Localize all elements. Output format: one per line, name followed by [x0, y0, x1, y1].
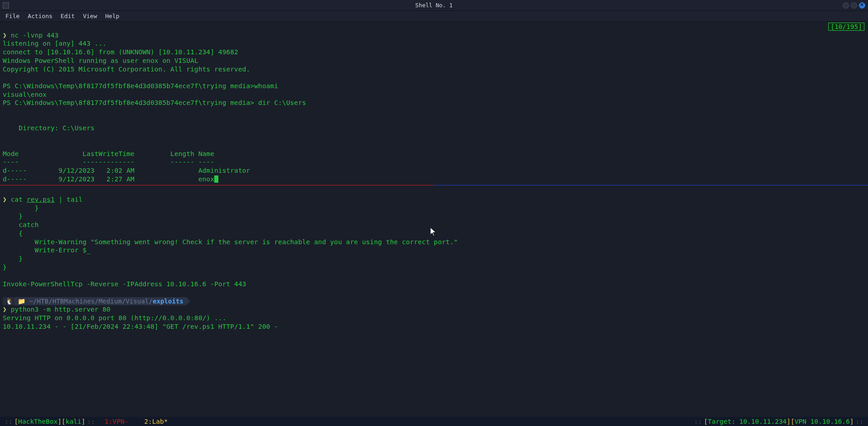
app-icon: [3, 2, 9, 9]
menu-actions[interactable]: Actions: [24, 12, 56, 20]
table-header: Mode LastWriteTime Length Name: [3, 150, 214, 157]
cmd-httpserver: python3 -m http.server 80: [11, 306, 111, 313]
titlebar: Shell No. 1: [0, 0, 868, 11]
table-dash: ---- ------------- ------ ----: [3, 158, 214, 166]
status-target: Target: 10.10.11.234: [708, 418, 787, 425]
menu-help[interactable]: Help: [102, 12, 123, 20]
window-controls: [843, 2, 865, 9]
menu-view[interactable]: View: [79, 12, 100, 20]
cwd-breadcrumb: 🐧📁 ~/HTB/HTBMachines/Medium/Visual/explo…: [3, 297, 190, 305]
tux-icon: 🐧: [3, 297, 15, 306]
menu-edit[interactable]: Edit: [57, 12, 78, 20]
code-output: } } catch { Write-Warning "Something wen…: [3, 204, 458, 288]
menu-file[interactable]: File: [2, 12, 23, 20]
ps-prompt-dir: PS C:\Windows\Temp\8f8177df5fbf8e4d3d038…: [3, 99, 306, 106]
tmux-window-2[interactable]: 2:Lab*: [144, 418, 168, 425]
search-counter: [10/195]: [828, 23, 864, 31]
close-button[interactable]: [859, 2, 865, 9]
out-serving: Serving HTTP on 0.0.0.0 port 80 (http://…: [3, 314, 226, 322]
out-copyright: Copyright (C) 2015 Microsoft Corporation…: [3, 66, 250, 73]
minimize-button[interactable]: [843, 2, 849, 9]
folder-icon: 📁 ~/HTB/HTBMachines/Medium/Visual/exploi…: [15, 297, 186, 306]
pane-divider: [0, 185, 868, 185]
ps-prompt-whoami: PS C:\Windows\Temp\8f8177df5fbf8e4d3d038…: [3, 82, 278, 90]
maximize-button[interactable]: [851, 2, 857, 9]
status-vpn: VPN 10.10.16.6: [795, 418, 850, 425]
out-psuser: Windows PowerShell running as user enox …: [3, 57, 198, 64]
terminal-pane-top[interactable]: ❯ nc -lvnp 443 listening on [any] 443 ..…: [0, 22, 868, 183]
window-title: Shell No. 1: [415, 2, 453, 9]
out-connect: connect to [10.10.16.6] from (UNKNOWN) […: [3, 48, 238, 56]
out-listen: listening on [any] 443 ...: [3, 40, 107, 47]
filename-rev-ps1: rev.ps1: [27, 196, 55, 203]
table-row: d----- 9/12/2023 2:27 AM enox: [3, 175, 218, 183]
out-dir-header: Directory: C:\Users: [3, 124, 94, 132]
terminal-pane-middle[interactable]: ❯ cat rev.ps1 | tail } } catch { Write-W…: [0, 186, 868, 331]
menubar: File Actions Edit View Help: [0, 11, 868, 22]
status-session: HackTheBox: [18, 418, 57, 425]
table-row: d----- 9/12/2023 2:02 AM Administrator: [3, 167, 250, 174]
chevron-right-icon: [186, 297, 190, 305]
cursor-block: [214, 175, 218, 183]
status-host: kali: [66, 418, 81, 425]
out-whoami: visual\enox: [3, 91, 47, 98]
cmd-nc: nc -lvnp 443: [11, 32, 59, 39]
tmux-window-1[interactable]: 1:VPN-: [105, 418, 128, 425]
tmux-statusbar: ::[HackTheBox][kali]:: 1:VPN- 2:Lab* ::[…: [0, 417, 868, 426]
out-get: 10.10.11.234 - - [21/Feb/2024 22:43:48] …: [3, 323, 278, 330]
